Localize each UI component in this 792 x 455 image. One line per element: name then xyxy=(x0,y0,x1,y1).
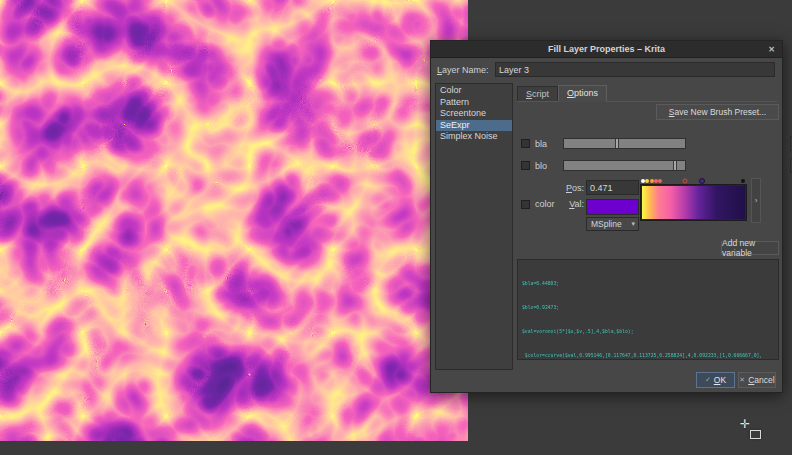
chevron-right-icon: › xyxy=(755,196,758,205)
tab-script[interactable]: Script xyxy=(517,86,558,101)
check-icon: ✓ xyxy=(705,376,711,384)
script-line: $blo=0.92473; xyxy=(522,303,774,311)
cancel-button-label: Cancel xyxy=(748,375,774,385)
dialog-titlebar[interactable]: Fill Layer Properties – Krita ✕ xyxy=(431,41,782,58)
blo-checkbox[interactable] xyxy=(521,161,530,170)
close-icon[interactable]: ✕ xyxy=(765,43,778,56)
cancel-button[interactable]: ✕ Cancel xyxy=(738,372,776,388)
color-checkbox[interactable] xyxy=(521,200,530,209)
tab-options[interactable]: Options xyxy=(558,85,607,102)
script-line: $val=voronoi(5*[$u,$v,.5],4,$bla,$blo); xyxy=(522,327,774,335)
bla-checkbox[interactable] xyxy=(521,139,530,148)
generator-item-seexpr[interactable]: SeExpr xyxy=(436,120,512,132)
dialog-title: Fill Layer Properties – Krita xyxy=(548,44,665,54)
generator-item-screentone[interactable]: Screentone xyxy=(436,108,512,120)
chevron-down-icon: ▾ xyxy=(631,220,635,228)
cross-icon: ✕ xyxy=(739,376,745,384)
ok-button[interactable]: ✓ OK xyxy=(696,372,735,388)
script-line: $bla=0.44803; xyxy=(522,279,774,287)
seexpr-tabbar: Script Options xyxy=(517,85,777,102)
layer-rect-icon xyxy=(750,430,761,439)
gradient-stop-marker[interactable] xyxy=(658,179,662,183)
move-layer-cursor: ✛ xyxy=(740,417,770,449)
voronoi-texture-image xyxy=(0,0,468,441)
add-new-variable-button[interactable]: Add new variable xyxy=(721,241,779,255)
ok-button-label: OK xyxy=(714,375,726,385)
blo-slider[interactable] xyxy=(563,160,686,171)
seexpr-script-editor[interactable]: $bla=0.44803; $blo=0.92473; $val=voronoi… xyxy=(517,259,779,360)
fill-layer-properties-dialog: Fill Layer Properties – Krita ✕ Layer Na… xyxy=(430,40,783,393)
gradient-stop-marker[interactable] xyxy=(741,179,745,183)
script-line: $color=ccurve($val,0.995146,[0.117647,0.… xyxy=(522,351,774,359)
gradient-strip[interactable] xyxy=(642,186,745,219)
save-new-brush-preset-button[interactable]: Save New Brush Preset... xyxy=(656,104,779,120)
val-label: Val: xyxy=(559,199,584,209)
generator-list: Color Pattern Screentone SeExpr Simplex … xyxy=(435,83,513,370)
layer-name-input[interactable] xyxy=(495,62,775,77)
bla-slider[interactable] xyxy=(563,138,686,149)
gradient-stop-marker[interactable] xyxy=(683,179,688,184)
generator-item-color[interactable]: Color xyxy=(436,85,512,97)
blo-label: blo xyxy=(535,161,563,171)
pos-label: Pos: xyxy=(559,183,584,193)
interpolation-value: MSpline xyxy=(591,219,622,229)
bla-label: bla xyxy=(535,139,563,149)
layer-name-label: Layer Name: xyxy=(437,65,495,75)
bla-slider-handle[interactable] xyxy=(615,139,619,148)
pos-value-field[interactable] xyxy=(586,180,639,195)
color-value-swatch[interactable] xyxy=(586,199,639,215)
generator-item-pattern[interactable]: Pattern xyxy=(436,97,512,109)
gradient-expand-button[interactable]: › xyxy=(751,178,761,223)
generator-item-simplex-noise[interactable]: Simplex Noise xyxy=(436,131,512,143)
interpolation-dropdown[interactable]: MSpline ▾ xyxy=(586,217,639,231)
canvas-texture[interactable] xyxy=(0,0,468,441)
move-cross-icon: ✛ xyxy=(740,417,750,431)
gradient-ramp-frame xyxy=(640,184,747,221)
blo-slider-handle[interactable] xyxy=(673,161,677,170)
